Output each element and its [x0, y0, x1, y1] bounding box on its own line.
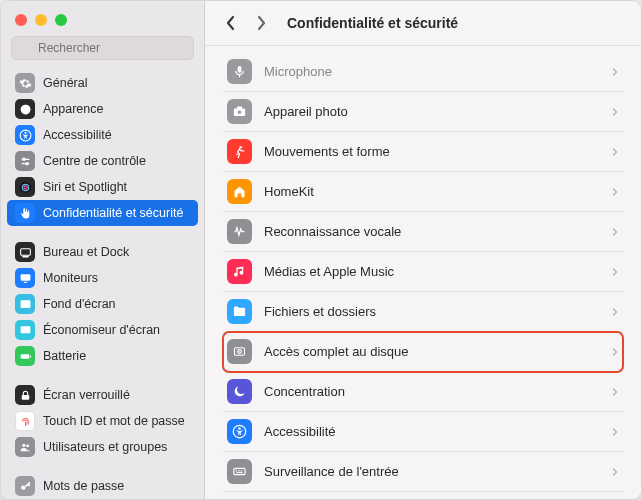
forward-button[interactable]: [251, 13, 271, 33]
users-icon: [15, 437, 35, 457]
sidebar-item[interactable]: Apparence: [7, 96, 198, 122]
settings-row[interactable]: Concentration: [223, 372, 623, 412]
svg-rect-20: [29, 355, 30, 357]
svg-rect-19: [20, 354, 29, 358]
svg-point-8: [26, 162, 28, 164]
sidebar-item[interactable]: Touch ID et mot de passe: [7, 408, 198, 434]
chevron-right-icon: [611, 66, 619, 78]
settings-row-label: Concentration: [264, 384, 599, 399]
svg-rect-42: [238, 470, 239, 471]
settings-row[interactable]: Mouvements et forme: [223, 132, 623, 172]
wallpaper-icon: [15, 294, 35, 314]
settings-row[interactable]: Médias et Apple Music: [223, 252, 623, 292]
svg-rect-30: [238, 66, 242, 73]
sidebar-item-label: Centre de contrôle: [43, 154, 146, 168]
svg-point-37: [239, 351, 240, 352]
sidebar-item[interactable]: Centre de contrôle: [7, 148, 198, 174]
battery-icon: [15, 346, 35, 366]
svg-point-23: [26, 444, 29, 447]
sidebar-item-label: Mots de passe: [43, 479, 124, 493]
sidebar-item[interactable]: Utilisateurs et groupes: [7, 434, 198, 460]
sidebar-item[interactable]: Moniteurs: [7, 265, 198, 291]
settings-row-label: Médias et Apple Music: [264, 264, 599, 279]
maximize-button[interactable]: [55, 14, 67, 26]
settings-row[interactable]: HomeKit: [223, 172, 623, 212]
settings-row[interactable]: Fichiers et dossiers: [223, 292, 623, 332]
sidebar-item-label: Moniteurs: [43, 271, 98, 285]
svg-rect-15: [23, 281, 26, 282]
hand-icon: [15, 203, 35, 223]
sidebar-item-label: Utilisateurs et groupes: [43, 440, 167, 454]
minimize-button[interactable]: [35, 14, 47, 26]
sidebar-item[interactable]: Batterie: [7, 343, 198, 369]
settings-row[interactable]: Surveillance de l'entrée: [223, 452, 623, 492]
sidebar-item[interactable]: Siri et Spotlight: [7, 174, 198, 200]
sidebar-item-label: Batterie: [43, 349, 86, 363]
settings-row-label: Appareil photo: [264, 104, 599, 119]
toolbar: Confidentialité et sécurité: [205, 1, 641, 46]
sidebar-item[interactable]: Mots de passe: [7, 473, 198, 499]
mic-icon: [227, 59, 252, 84]
svg-point-34: [240, 146, 243, 149]
dock-icon: [15, 242, 35, 262]
siri-icon: [15, 177, 35, 197]
chevron-right-icon: [611, 106, 619, 118]
svg-rect-33: [237, 107, 242, 110]
sidebar-item-label: Économiseur d'écran: [43, 323, 160, 337]
svg-point-32: [237, 110, 241, 114]
settings-row-label: Accès complet au disque: [264, 344, 599, 359]
svg-rect-18: [20, 326, 30, 333]
sidebar-nav: GénéralApparenceAccessibilitéCentre de c…: [1, 68, 204, 499]
close-button[interactable]: [15, 14, 27, 26]
search-input[interactable]: [11, 36, 194, 60]
settings-row-label: Surveillance de l'entrée: [264, 464, 599, 479]
svg-point-17: [22, 301, 24, 303]
chevron-right-icon: [611, 226, 619, 238]
settings-row[interactable]: Microphone: [223, 52, 623, 92]
settings-row-label: Reconnaissance vocale: [264, 224, 599, 239]
chevron-right-icon: [611, 466, 619, 478]
sidebar-item[interactable]: Général: [7, 70, 198, 96]
sidebar-item-label: Siri et Spotlight: [43, 180, 127, 194]
sidebar-item-label: Général: [43, 76, 87, 90]
settings-row[interactable]: Reconnaissance vocale: [223, 212, 623, 252]
settings-row[interactable]: Accès complet au disque: [223, 332, 623, 372]
sidebar-item-label: Touch ID et mot de passe: [43, 414, 185, 428]
settings-row-label: Mouvements et forme: [264, 144, 599, 159]
sidebar-item-label: Écran verrouillé: [43, 388, 130, 402]
window-controls: [1, 1, 204, 32]
accessibility-icon: [227, 419, 252, 444]
sidebar-item[interactable]: Accessibilité: [7, 122, 198, 148]
settings-row-label: Accessibilité: [264, 424, 599, 439]
sidebar-item-label: Apparence: [43, 102, 103, 116]
chevron-right-icon: [611, 426, 619, 438]
sidebar-item-label: Fond d'écran: [43, 297, 116, 311]
svg-rect-13: [22, 255, 29, 257]
fingerprint-icon: [15, 411, 35, 431]
gear-icon: [15, 73, 35, 93]
back-button[interactable]: [221, 13, 241, 33]
sidebar-item-label: Confidentialité et sécurité: [43, 206, 183, 220]
settings-row[interactable]: Remote Desktop: [223, 492, 623, 499]
wave-icon: [227, 219, 252, 244]
disk-icon: [227, 339, 252, 364]
settings-row[interactable]: Accessibilité: [223, 412, 623, 452]
svg-rect-14: [20, 274, 30, 281]
settings-row-label: HomeKit: [264, 184, 599, 199]
sidebar-item[interactable]: Fond d'écran: [7, 291, 198, 317]
chevron-right-icon: [611, 146, 619, 158]
appearance-icon: [15, 99, 35, 119]
sidebar-item[interactable]: Confidentialité et sécurité: [7, 200, 198, 226]
sidebar-item[interactable]: Économiseur d'écran: [7, 317, 198, 343]
sliders-icon: [15, 151, 35, 171]
settings-row-label: Fichiers et dossiers: [264, 304, 599, 319]
sidebar-item[interactable]: Écran verrouillé: [7, 382, 198, 408]
svg-rect-43: [241, 470, 242, 471]
chevron-right-icon: [611, 186, 619, 198]
settings-row[interactable]: Appareil photo: [223, 92, 623, 132]
sidebar-item[interactable]: Bureau et Dock: [7, 239, 198, 265]
svg-rect-41: [236, 470, 237, 471]
camera-icon: [227, 99, 252, 124]
svg-rect-12: [20, 248, 30, 255]
music-icon: [227, 259, 252, 284]
